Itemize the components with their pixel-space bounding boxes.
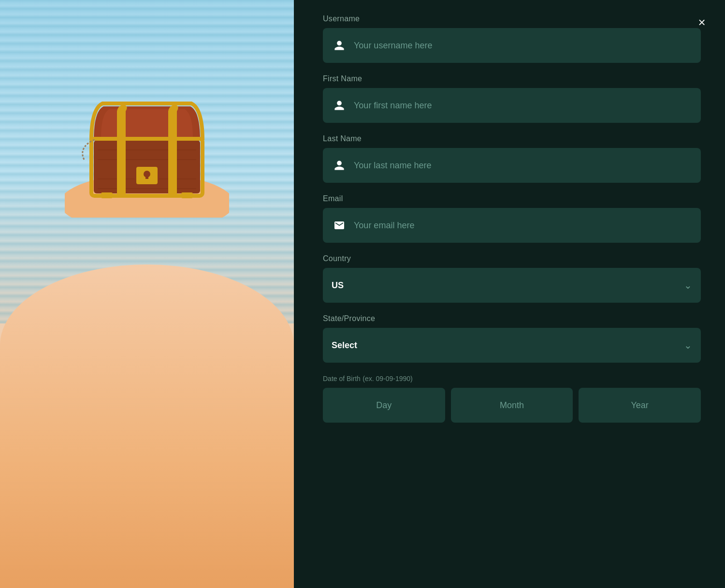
svg-rect-7 [145,174,148,179]
dob-year-label: Year [631,400,648,411]
username-section: Username [323,15,701,63]
state-province-section: State/Province Select ⌄ Select Alabama A… [323,314,701,363]
email-label: Email [323,194,701,203]
username-input[interactable] [354,41,692,51]
person-icon [332,38,347,53]
person-icon [332,98,347,113]
last-name-input-wrapper [323,148,701,183]
dob-hint: (ex. 09-09-1990) [362,375,413,382]
last-name-section: Last Name [323,134,701,183]
person-icon [332,158,347,173]
first-name-section: First Name [323,74,701,123]
username-label: Username [323,15,701,23]
country-section: Country US ⌄ US CA UK AU Other [323,254,701,303]
country-select-wrapper[interactable]: US ⌄ US CA UK AU Other [323,268,701,303]
dob-day-label: Day [376,400,392,411]
email-icon [332,218,347,233]
illustration-panel [0,0,294,588]
form-panel: × Username First Name Last Name [294,0,725,588]
email-section: Email [323,194,701,243]
date-of-birth-section: Date of Birth (ex. 09-09-1990) Day Month… [323,374,701,423]
svg-rect-3 [117,139,126,196]
svg-rect-4 [168,139,177,196]
dob-day-wrapper[interactable]: Day [323,388,445,423]
email-input[interactable] [354,220,692,231]
treasure-chest-illustration [65,63,229,218]
email-input-wrapper [323,208,701,243]
svg-rect-21 [101,192,113,198]
dob-month-wrapper[interactable]: Month [451,388,573,423]
last-name-label: Last Name [323,134,701,143]
last-name-input[interactable] [354,161,692,171]
svg-rect-22 [181,192,193,198]
dob-grid: Day Month Year [323,388,701,423]
state-province-label: State/Province [323,314,701,323]
dob-year-wrapper[interactable]: Year [579,388,701,423]
dob-label: Date of Birth (ex. 09-09-1990) [323,374,701,383]
first-name-input[interactable] [354,101,692,111]
first-name-label: First Name [323,74,701,83]
dob-month-label: Month [500,400,524,411]
state-select-wrapper[interactable]: Select ⌄ Select Alabama Alaska Arizona C… [323,328,701,363]
sand-background [0,265,294,588]
first-name-input-wrapper [323,88,701,123]
country-label: Country [323,254,701,263]
username-input-wrapper [323,28,701,63]
